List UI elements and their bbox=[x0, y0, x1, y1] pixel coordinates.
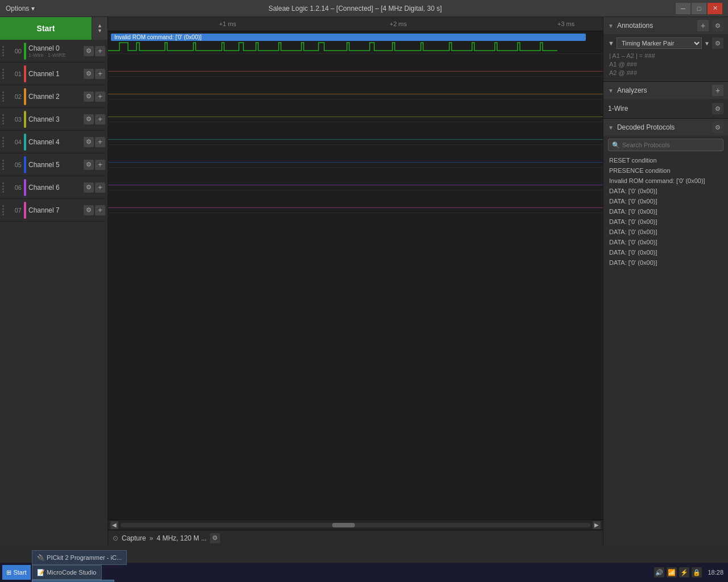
ch-plus-btn-0[interactable]: + bbox=[95, 46, 105, 56]
waveform-svg-ch0 bbox=[108, 41, 557, 52]
protocol-item-10[interactable]: DATA: ['0' (0x00)] bbox=[603, 257, 728, 268]
capture-icon: ⊙ bbox=[113, 534, 118, 542]
analyzers-title: Analyzers bbox=[617, 86, 709, 94]
timing-marker-select[interactable]: Timing Marker Pair bbox=[617, 38, 702, 49]
annotation-a1: A1 @ ### bbox=[608, 61, 723, 68]
wave-row-ch3 bbox=[108, 99, 603, 122]
nav-arrows: ▲ ▼ bbox=[92, 17, 107, 40]
ch-num-0: 00 bbox=[9, 48, 22, 55]
protocol-item-5[interactable]: DATA: ['0' (0x00)] bbox=[603, 206, 728, 217]
decoded-protocols-gear-button[interactable]: ⚙ bbox=[712, 122, 723, 133]
decoded-protocols-section: ▼ Decoded Protocols ⚙ 🔍 RESET conditionP… bbox=[603, 119, 728, 546]
ch-label-6: Channel 6 bbox=[28, 184, 84, 192]
scrollbar-thumb[interactable] bbox=[332, 523, 355, 527]
horizontal-scrollbar[interactable]: ◀ ▶ bbox=[108, 519, 603, 530]
channel-row-0: 00Channel 01-Wire · 1-WIRE⚙+ bbox=[0, 40, 107, 63]
scroll-left-button[interactable]: ◀ bbox=[110, 521, 118, 529]
start-button[interactable]: Start bbox=[0, 17, 92, 40]
ch-label-4: Channel 4 bbox=[28, 138, 84, 146]
ch-color-1 bbox=[24, 65, 26, 82]
scroll-right-button[interactable]: ▶ bbox=[593, 521, 601, 529]
search-protocols-input[interactable] bbox=[608, 139, 723, 151]
maximize-button[interactable]: □ bbox=[692, 3, 706, 14]
ch-color-4 bbox=[24, 134, 26, 151]
protocol-item-4[interactable]: DATA: ['0' (0x00)] bbox=[603, 196, 728, 206]
analyzers-header: ▼ Analyzers + bbox=[603, 82, 728, 99]
protocol-item-2[interactable]: Invalid ROM command: ['0' (0x00)] bbox=[603, 176, 728, 186]
ch-plus-btn-2[interactable]: + bbox=[95, 92, 105, 102]
ch-plus-btn-3[interactable]: + bbox=[95, 114, 105, 124]
annotations-collapse-icon[interactable]: ▼ bbox=[608, 23, 614, 29]
empty-wave-rows bbox=[108, 54, 603, 213]
ch-plus-btn-4[interactable]: + bbox=[95, 137, 105, 147]
protocol-item-3[interactable]: DATA: ['0' (0x00)] bbox=[603, 186, 728, 196]
nav-down-icon[interactable]: ▼ bbox=[97, 28, 102, 34]
decoded-protocols-collapse-icon[interactable]: ▼ bbox=[608, 124, 614, 131]
timing-marker-dropdown-icon: ▼ bbox=[704, 40, 710, 47]
tray-icon-2: 📶 bbox=[667, 567, 677, 577]
ch-gear-btn-3[interactable]: ⚙ bbox=[84, 114, 94, 124]
taskbar-btn-1[interactable]: 📝 MicroCode Studio bbox=[32, 565, 102, 580]
time-marker-3ms: +3 ms bbox=[557, 20, 574, 27]
protocol-item-7[interactable]: DATA: ['0' (0x00)] bbox=[603, 227, 728, 237]
channel-row-7: 07Channel 7⚙+ bbox=[0, 199, 107, 222]
ch-label-1: Channel 1 bbox=[28, 70, 84, 78]
search-wrapper: 🔍 bbox=[608, 139, 723, 151]
ch-gear-btn-2[interactable]: ⚙ bbox=[84, 92, 94, 102]
window-controls: ─ □ ✕ bbox=[676, 3, 722, 14]
annotation-formula: | A1 – A2 | = ### bbox=[608, 52, 723, 59]
protocol-item-9[interactable]: DATA: ['0' (0x00)] bbox=[603, 247, 728, 257]
start-icon: ⊞ bbox=[6, 569, 11, 576]
tray-icon-3: ⚡ bbox=[679, 567, 689, 577]
start-btn-row: Start ▲ ▼ bbox=[0, 17, 107, 40]
decoded-protocols-title: Decoded Protocols bbox=[617, 123, 709, 131]
capture-settings-label: 4 MHz, 120 M ... bbox=[156, 534, 206, 542]
taskbar: ⊞ Start 🔌 PICkit 2 Programmer - iC...📝 M… bbox=[0, 563, 728, 582]
window-title: Saleae Logic 1.2.14 – [Connected] – [4 M… bbox=[35, 5, 676, 13]
decoded-protocols-header: ▼ Decoded Protocols ⚙ bbox=[603, 119, 728, 136]
annotations-header: ▼ Annotations + ⚙ bbox=[603, 17, 728, 34]
taskbar-start-button[interactable]: ⊞ Start bbox=[2, 565, 31, 580]
ch-gear-btn-6[interactable]: ⚙ bbox=[84, 182, 94, 193]
annotation-bar: Invalid ROM command: ['0' (0x00)] bbox=[111, 34, 586, 41]
ch-plus-btn-1[interactable]: + bbox=[95, 69, 105, 79]
time-ruler: +1 ms +2 ms +3 ms bbox=[108, 17, 603, 31]
ch-gear-btn-5[interactable]: ⚙ bbox=[84, 160, 94, 170]
ch-plus-btn-6[interactable]: + bbox=[95, 182, 105, 193]
ch-color-0 bbox=[24, 43, 26, 60]
wave-row-ch7 bbox=[108, 190, 603, 213]
ch-gear-btn-4[interactable]: ⚙ bbox=[84, 137, 94, 147]
annotations-add-button[interactable]: + bbox=[697, 20, 709, 31]
ch-gear-btn-1[interactable]: ⚙ bbox=[84, 69, 94, 79]
close-button[interactable]: ✕ bbox=[708, 3, 722, 14]
capture-expand-icon[interactable]: » bbox=[150, 534, 154, 542]
ch-plus-btn-7[interactable]: + bbox=[95, 205, 105, 215]
tray-icon-1: 🔊 bbox=[654, 567, 664, 577]
protocol-item-0[interactable]: RESET condition bbox=[603, 155, 728, 165]
taskbar-buttons: 🔌 PICkit 2 Programmer - iC...📝 MicroCode… bbox=[32, 550, 127, 582]
protocol-item-6[interactable]: DATA: ['0' (0x00)] bbox=[603, 217, 728, 227]
capture-settings-button[interactable]: ⚙ bbox=[210, 533, 220, 543]
analyzers-section: ▼ Analyzers + 1-Wire ⚙ bbox=[603, 82, 728, 119]
ch-gear-btn-7[interactable]: ⚙ bbox=[84, 205, 94, 215]
taskbar-btn-0[interactable]: 🔌 PICkit 2 Programmer - iC... bbox=[32, 550, 127, 565]
timing-marker-gear-button[interactable]: ⚙ bbox=[712, 38, 723, 49]
protocol-item-8[interactable]: DATA: ['0' (0x00)] bbox=[603, 237, 728, 247]
analyzer-gear-1wire[interactable]: ⚙ bbox=[712, 103, 723, 114]
ch-gear-btn-0[interactable]: ⚙ bbox=[84, 46, 94, 56]
waveform-tracks: Invalid ROM command: ['0' (0x00)] bbox=[108, 31, 603, 519]
channel-row-3: 03Channel 3⚙+ bbox=[0, 108, 107, 131]
analyzers-collapse-icon[interactable]: ▼ bbox=[608, 88, 614, 94]
protocol-item-1[interactable]: PRESENCE condition bbox=[603, 165, 728, 176]
analyzers-add-button[interactable]: + bbox=[712, 85, 723, 96]
taskbar-btn-2[interactable]: 🔬 Saleae Logic Software bbox=[32, 580, 114, 582]
ch-color-6 bbox=[24, 179, 26, 196]
channel-row-6: 06Channel 6⚙+ bbox=[0, 176, 107, 199]
options-button[interactable]: Options ▾ bbox=[6, 5, 35, 13]
annotations-gear-button[interactable]: ⚙ bbox=[712, 20, 723, 31]
ch-plus-btn-5[interactable]: + bbox=[95, 160, 105, 170]
minimize-button[interactable]: ─ bbox=[676, 3, 690, 14]
time-marker-2ms: +2 ms bbox=[390, 20, 407, 27]
filter-icon: ▼ bbox=[608, 40, 614, 47]
channel-row-5: 05Channel 5⚙+ bbox=[0, 153, 107, 176]
